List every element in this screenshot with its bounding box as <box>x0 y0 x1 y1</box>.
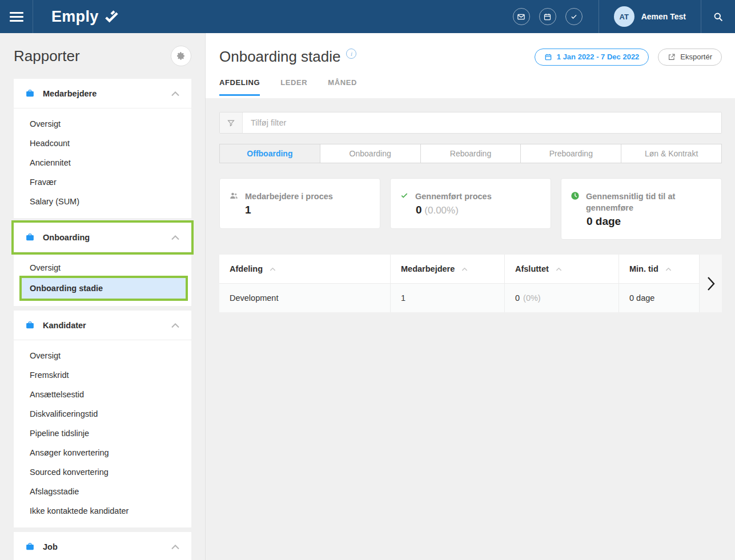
tab-måned[interactable]: MÅNED <box>328 78 357 96</box>
sidebar-section-header[interactable]: Job <box>14 532 191 560</box>
sidebar-section-header[interactable]: Onboarding <box>14 223 191 252</box>
briefcase-icon <box>25 232 35 242</box>
export-label: Eksportér <box>680 53 712 61</box>
sidebar-section-medarbejdere: MedarbejdereOversigtHeadcountAnciennitet… <box>14 79 191 218</box>
main-content: Onboarding stadie i 1 Jan 2022 - 7 Dec 2… <box>206 33 735 560</box>
export-button[interactable]: Eksportér <box>658 49 722 66</box>
brand-check-icon <box>104 10 119 23</box>
table-next-button[interactable] <box>699 255 722 312</box>
column-header-medarbejdere[interactable]: Medarbejdere <box>391 255 505 283</box>
chevron-up-icon <box>171 544 180 550</box>
tab-afdeling[interactable]: AFDELING <box>219 78 260 96</box>
cell-value: 0 dage <box>629 293 654 303</box>
sort-up-icon <box>270 267 276 271</box>
user-menu[interactable]: AT Aemen Test <box>599 0 701 33</box>
cell-value: Development <box>230 293 278 303</box>
calendar-button[interactable] <box>539 8 556 25</box>
sort-up-icon <box>665 267 672 271</box>
sort-up-icon <box>556 267 562 271</box>
process-tab-reboarding[interactable]: Reboarding <box>421 144 521 163</box>
brand-logo[interactable]: Emply <box>51 8 119 26</box>
mail-button[interactable] <box>513 8 530 25</box>
filter-bar <box>219 112 722 134</box>
column-header-label: Medarbejdere <box>401 264 455 273</box>
settings-button[interactable] <box>171 46 191 66</box>
briefcase-icon <box>25 542 35 551</box>
table-cell: 0 dage <box>619 284 699 312</box>
stat-value: 0 dage <box>587 215 712 228</box>
sidebar-item-afslagsstadie[interactable]: Afslagsstadie <box>14 482 191 501</box>
stat-card-header: Gennemført proces <box>400 191 541 202</box>
sidebar-item-pipeline-tidslinje[interactable]: Pipeline tidslinje <box>14 424 191 443</box>
stat-card: Gennemført proces0 (0.00%) <box>390 178 551 229</box>
sidebar-section-job: Job <box>14 532 191 560</box>
navbar-right: AT Aemen Test <box>513 0 735 33</box>
sidebar-section-label: Medarbejdere <box>43 89 171 98</box>
sidebar-item-ikke-kontaktede-kandidater[interactable]: Ikke kontaktede kandidater <box>14 501 191 521</box>
search-button[interactable] <box>713 11 724 22</box>
stat-card: Gennemsnitlig tid til at gennemføre0 dag… <box>561 178 722 240</box>
tasks-button[interactable] <box>565 8 583 25</box>
sidebar-item-oversigt[interactable]: Oversigt <box>14 258 191 277</box>
process-tab-offboarding[interactable]: Offboarding <box>220 144 320 163</box>
sidebar-section-label: Kandidater <box>43 321 171 330</box>
column-header-afdeling[interactable]: Afdeling <box>219 255 391 283</box>
sidebar-section-kandidater: KandidaterOversigtFremskridtAnsættelsest… <box>14 311 191 527</box>
sidebar-item-diskvalificeringstid[interactable]: Diskvalificeringstid <box>14 404 191 424</box>
stat-card: Medarbejdere i proces1 <box>219 178 380 229</box>
sidebar-section-header[interactable]: Medarbejdere <box>14 79 191 108</box>
search-icon <box>713 11 724 22</box>
chevron-up-icon <box>171 235 180 240</box>
date-range-button[interactable]: 1 Jan 2022 - 7 Dec 2022 <box>535 49 649 66</box>
sidebar-title: Rapporter <box>14 47 80 65</box>
calendar-icon <box>543 13 552 21</box>
column-header-label: Min. tid <box>629 264 658 273</box>
sidebar-item-oversigt[interactable]: Oversigt <box>14 346 191 365</box>
sidebar-item-sourced-konvertering[interactable]: Sourced konvertering <box>14 462 191 482</box>
chevron-up-icon <box>171 91 180 96</box>
sidebar-item-oversigt[interactable]: Oversigt <box>14 114 191 134</box>
sidebar-item-frav-r[interactable]: Fravær <box>14 172 191 192</box>
stat-label: Gennemsnitlig tid til at gennemføre <box>586 191 712 213</box>
table-cell: Development <box>219 284 391 312</box>
clock-icon <box>571 191 580 200</box>
sidebar-item-anciennitet[interactable]: Anciennitet <box>14 153 191 172</box>
process-tab-preboarding[interactable]: Preboarding <box>521 144 621 163</box>
table-cell: 1 <box>391 284 505 312</box>
hamburger-icon <box>10 12 23 14</box>
info-icon[interactable]: i <box>346 49 356 59</box>
filter-input[interactable] <box>243 112 721 133</box>
sidebar-item-fremskridt[interactable]: Fremskridt <box>14 365 191 385</box>
sidebar-section-onboarding: OnboardingOversigtOnboarding stadie <box>14 223 191 306</box>
sidebar-section-label: Onboarding <box>43 233 171 242</box>
search-area <box>701 0 735 33</box>
table-cell: 0(0%) <box>505 284 619 312</box>
table-row[interactable]: Development10(0%)0 dage <box>219 284 699 312</box>
sidebar-item-ans-ger-konvertering[interactable]: Ansøger konvertering <box>14 443 191 462</box>
user-name: Aemen Test <box>641 12 686 21</box>
stat-card-header: Gennemsnitlig tid til at gennemføre <box>571 191 712 213</box>
navbar-icon-group <box>513 0 599 33</box>
results-table: AfdelingMedarbejdereAfsluttetMin. tidDev… <box>219 255 722 312</box>
stat-value-muted: (0.00%) <box>422 205 459 216</box>
check-icon <box>400 191 409 199</box>
process-tab-onboarding[interactable]: Onboarding <box>320 144 421 163</box>
sidebar-section-header[interactable]: Kandidater <box>14 311 191 340</box>
date-range-label: 1 Jan 2022 - 7 Dec 2022 <box>557 53 640 61</box>
tab-leder[interactable]: LEDER <box>280 78 307 96</box>
process-tab-l-n-kontrakt[interactable]: Løn & Kontrakt <box>621 144 721 163</box>
sidebar-item-salary-sum-[interactable]: Salary (SUM) <box>14 192 191 211</box>
sidebar-item-headcount[interactable]: Headcount <box>14 134 191 153</box>
column-header-min-tid[interactable]: Min. tid <box>619 255 699 283</box>
table-header-row: AfdelingMedarbejdereAfsluttetMin. tid <box>219 255 699 284</box>
sidebar-item-ans-ttelsestid[interactable]: Ansættelsestid <box>14 385 191 404</box>
chevron-up-icon <box>171 323 180 328</box>
check-icon <box>570 13 578 21</box>
sidebar-item-onboarding-stadie[interactable]: Onboarding stadie <box>22 278 186 299</box>
stat-card-header: Medarbejdere i proces <box>229 191 371 202</box>
sidebar-section-label: Job <box>43 542 171 551</box>
menu-button[interactable] <box>0 0 33 33</box>
column-header-afsluttet[interactable]: Afsluttet <box>505 255 619 283</box>
filter-icon-button[interactable] <box>220 112 243 133</box>
cell-value: 0 <box>515 293 520 303</box>
